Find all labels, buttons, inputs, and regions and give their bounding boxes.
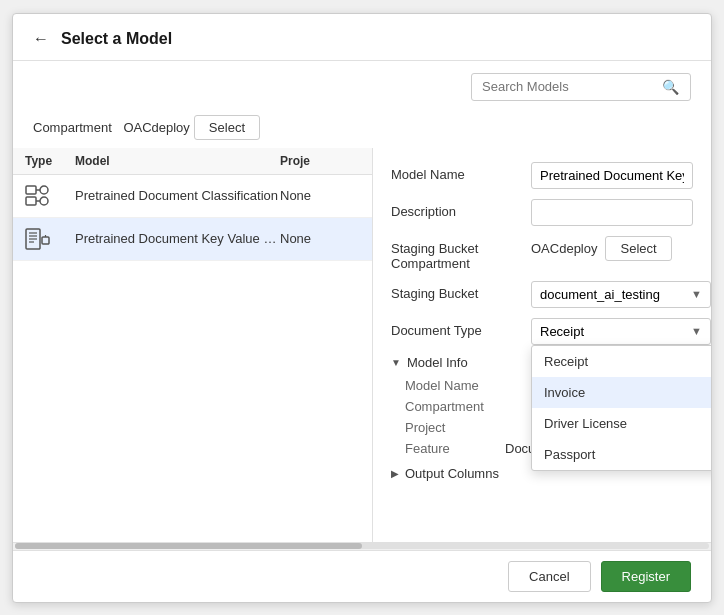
search-input[interactable] [482, 79, 662, 94]
staging-bucket-dropdown[interactable]: document_ai_testing ▼ [531, 281, 711, 308]
svg-point-2 [40, 186, 48, 194]
row-icon-classify [25, 185, 75, 207]
model-info-label: Model Info [407, 355, 468, 370]
dialog-header: ← Select a Model [13, 14, 711, 61]
dropdown-item-passport[interactable]: Passport [532, 439, 711, 470]
svg-point-3 [40, 197, 48, 205]
table-header: Type Model Proje [13, 148, 372, 175]
document-type-selected: Receipt [540, 324, 584, 339]
right-panel: Model Name Description Staging Bucket Co… [373, 148, 711, 542]
info-project-label: Project [405, 420, 505, 435]
document-type-dropdown[interactable]: Receipt ▼ [531, 318, 711, 345]
description-value [531, 199, 693, 226]
dropdown-item-receipt[interactable]: Receipt [532, 346, 711, 377]
staging-bucket-value: document_ai_testing ▼ [531, 281, 711, 308]
col-type-header: Type [25, 154, 75, 168]
cancel-button[interactable]: Cancel [508, 561, 590, 592]
info-compartment-label: Compartment [405, 399, 505, 414]
dialog-title: Select a Model [61, 30, 172, 48]
document-type-container: Receipt ▼ Receipt Invoice Driver License… [531, 318, 711, 345]
row-model-name-selected: Pretrained Document Key Value E... [75, 231, 280, 246]
col-model-header: Model [75, 154, 280, 168]
scrollbar-track [15, 543, 709, 549]
svg-rect-1 [26, 197, 36, 205]
form-model-name-row: Model Name [391, 162, 693, 189]
left-panel: Type Model Proje Pretrained Document [13, 148, 373, 542]
staging-bucket-chevron: ▼ [691, 288, 702, 300]
staging-compartment-text: OACdeploy [531, 241, 597, 256]
description-input[interactable] [531, 199, 693, 226]
back-button[interactable]: ← [33, 30, 49, 48]
staging-compartment-value: OACdeploy Select [531, 236, 693, 261]
row-project-selected: None [280, 231, 360, 246]
info-model-name-label: Model Name [405, 378, 505, 393]
breadcrumb-separator [116, 120, 120, 135]
staging-bucket-label: Staging Bucket [391, 281, 531, 301]
table-row[interactable]: Pretrained Document Key Value E... None [13, 218, 372, 261]
horizontal-scrollbar[interactable] [13, 542, 711, 550]
search-area: 🔍 [13, 61, 711, 109]
dropdown-item-invoice[interactable]: Invoice [532, 377, 711, 408]
breadcrumb: Compartment OACdeploy Select [13, 109, 711, 148]
model-info-triangle: ▼ [391, 357, 401, 368]
staging-compartment-select-button[interactable]: Select [605, 236, 671, 261]
breadcrumb-deploy: OACdeploy [123, 120, 189, 135]
svg-rect-0 [26, 186, 36, 194]
form-staging-bucket-row: Staging Bucket document_ai_testing ▼ [391, 281, 693, 308]
row-project: None [280, 188, 360, 203]
col-project-header: Proje [280, 154, 360, 168]
model-name-value [531, 162, 693, 189]
document-type-chevron: ▼ [691, 325, 702, 337]
register-button[interactable]: Register [601, 561, 691, 592]
select-model-dialog: ← Select a Model 🔍 Compartment OACdeploy… [12, 13, 712, 603]
search-icon: 🔍 [662, 79, 679, 95]
scrollbar-thumb [15, 543, 362, 549]
output-columns-triangle: ▶ [391, 468, 399, 479]
model-name-label: Model Name [391, 162, 531, 182]
info-feature-label: Feature [405, 441, 505, 456]
output-columns-label: Output Columns [405, 466, 499, 481]
document-type-menu: Receipt Invoice Driver License Passport [531, 345, 711, 471]
model-name-input[interactable] [531, 162, 693, 189]
breadcrumb-select-button[interactable]: Select [194, 115, 260, 140]
row-model-name: Pretrained Document Classification [75, 188, 280, 203]
dialog-footer: Cancel Register [13, 550, 711, 602]
svg-rect-11 [42, 237, 49, 244]
table-row[interactable]: Pretrained Document Classification None [13, 175, 372, 218]
dropdown-item-driver-license[interactable]: Driver License [532, 408, 711, 439]
staging-bucket-selected: document_ai_testing [540, 287, 660, 302]
staging-compartment-label: Staging Bucket Compartment [391, 236, 531, 271]
document-type-label: Document Type [391, 318, 531, 338]
form-document-type-row: Document Type Receipt ▼ Receipt Invoice … [391, 318, 693, 345]
form-staging-compartment-row: Staging Bucket Compartment OACdeploy Sel… [391, 236, 693, 271]
search-box: 🔍 [471, 73, 691, 101]
row-icon-keyval [25, 228, 75, 250]
content-area: Type Model Proje Pretrained Document [13, 148, 711, 542]
breadcrumb-compartment: Compartment [33, 120, 112, 135]
description-label: Description [391, 199, 531, 219]
form-description-row: Description [391, 199, 693, 226]
